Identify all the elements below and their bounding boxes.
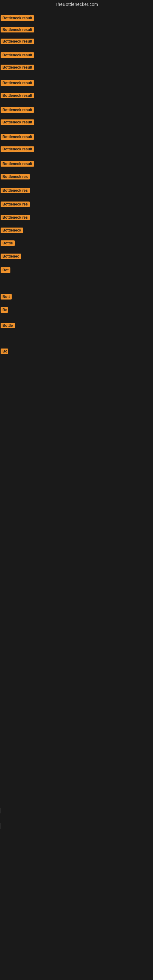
bottleneck-badge-16: Bottleneck res	[1, 215, 30, 220]
result-row-21: Bott	[1, 294, 12, 301]
result-row-23: Bottle	[1, 323, 15, 329]
result-row-1: Bottleneck result	[1, 15, 34, 22]
bottleneck-badge-21: Bott	[1, 294, 12, 299]
bottleneck-badge-5: Bottleneck result	[1, 65, 34, 70]
result-row-14: Bottleneck res	[1, 188, 30, 194]
bottleneck-badge-3: Bottleneck result	[1, 38, 34, 44]
result-row-15: Bottleneck res	[1, 202, 30, 208]
result-row-9: Bottleneck result	[1, 119, 34, 126]
result-row-22: Bo	[1, 307, 8, 314]
bottleneck-badge-2: Bottleneck result	[1, 27, 34, 32]
result-row-6: Bottleneck result	[1, 80, 34, 87]
result-row-19: Bottlenec	[1, 254, 21, 260]
bottleneck-badge-22: Bo	[1, 307, 8, 313]
line-25	[1, 808, 1, 813]
results-container: Bottleneck resultBottleneck resultBottle…	[0, 9, 153, 980]
result-row-7: Bottleneck result	[1, 93, 34, 100]
result-row-3: Bottleneck result	[1, 38, 34, 45]
result-row-2: Bottleneck result	[1, 27, 34, 34]
bottleneck-badge-18: Bottle	[1, 240, 15, 246]
result-row-12: Bottleneck result	[1, 161, 34, 168]
result-row-5: Bottleneck result	[1, 65, 34, 72]
result-row-20: Bot	[1, 267, 10, 274]
bottleneck-badge-4: Bottleneck result	[1, 52, 34, 58]
bottleneck-badge-1: Bottleneck result	[1, 15, 34, 21]
line-26	[1, 823, 1, 829]
bottleneck-badge-19: Bottlenec	[1, 254, 21, 259]
bottleneck-badge-17: Bottleneck	[1, 228, 23, 233]
result-row-17: Bottleneck	[1, 228, 23, 234]
result-row-8: Bottleneck result	[1, 107, 34, 114]
result-row-24: Bo	[1, 348, 8, 355]
result-row-13: Bottleneck res	[1, 174, 30, 181]
bottleneck-badge-23: Bottle	[1, 323, 15, 328]
bottleneck-badge-10: Bottleneck result	[1, 134, 34, 140]
bottleneck-badge-20: Bot	[1, 267, 10, 273]
bottleneck-badge-6: Bottleneck result	[1, 80, 34, 86]
bottleneck-badge-13: Bottleneck res	[1, 174, 30, 180]
bottleneck-badge-7: Bottleneck result	[1, 93, 34, 98]
bottleneck-badge-9: Bottleneck result	[1, 119, 34, 125]
bottleneck-badge-24: Bo	[1, 348, 8, 354]
bottleneck-badge-14: Bottleneck res	[1, 188, 30, 193]
result-row-4: Bottleneck result	[1, 52, 34, 59]
result-row-10: Bottleneck result	[1, 134, 34, 141]
result-row-11: Bottleneck result	[1, 146, 34, 153]
result-row-18: Bottle	[1, 240, 15, 247]
site-title: TheBottlenecker.com	[0, 0, 153, 9]
bottleneck-badge-8: Bottleneck result	[1, 107, 34, 113]
bottleneck-badge-15: Bottleneck res	[1, 202, 30, 207]
result-row-16: Bottleneck res	[1, 215, 30, 221]
bottleneck-badge-12: Bottleneck result	[1, 161, 34, 167]
bottleneck-badge-11: Bottleneck result	[1, 146, 34, 152]
